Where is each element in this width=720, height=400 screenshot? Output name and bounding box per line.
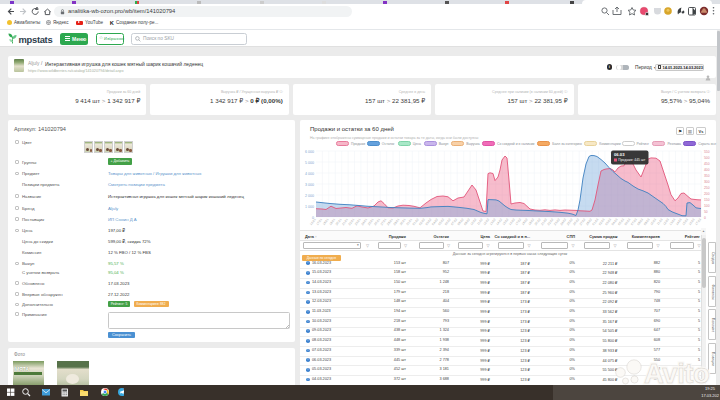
svg-text:150: 150 bbox=[704, 198, 710, 202]
svg-text:4 000: 4 000 bbox=[305, 172, 314, 176]
svg-text:550: 550 bbox=[704, 150, 710, 154]
svg-text:200: 200 bbox=[704, 192, 710, 196]
svg-text:3 000: 3 000 bbox=[305, 183, 314, 187]
svg-text:400: 400 bbox=[704, 168, 710, 172]
svg-text:2 000: 2 000 bbox=[305, 194, 314, 198]
svg-text:Avito: Avito bbox=[644, 358, 709, 389]
svg-text:250: 250 bbox=[704, 186, 710, 190]
svg-text:100: 100 bbox=[704, 204, 710, 208]
svg-text:1 000: 1 000 bbox=[305, 205, 314, 209]
svg-text:300: 300 bbox=[704, 180, 710, 184]
svg-text:50: 50 bbox=[704, 210, 708, 214]
svg-text:5 000: 5 000 bbox=[305, 161, 314, 165]
svg-text:350: 350 bbox=[704, 174, 710, 178]
svg-text:0: 0 bbox=[704, 216, 706, 220]
svg-text:Продажи: 445 шт: Продажи: 445 шт bbox=[618, 158, 645, 162]
svg-text:06.03: 06.03 bbox=[614, 152, 625, 157]
svg-text:500: 500 bbox=[704, 156, 710, 160]
svg-text:6 000: 6 000 bbox=[305, 150, 314, 154]
svg-text:17.03: 17.03 bbox=[694, 217, 702, 226]
svg-text:450: 450 bbox=[704, 162, 710, 166]
